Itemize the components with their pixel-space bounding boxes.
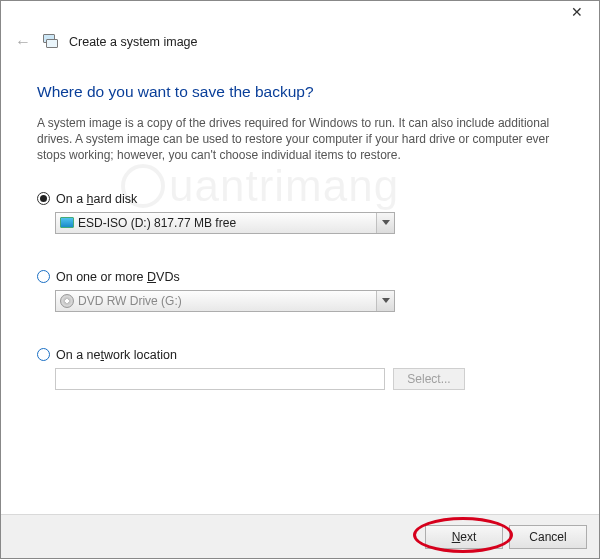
chevron-down-icon: [376, 291, 394, 311]
hard-disk-dropdown[interactable]: ESD-ISO (D:) 817.77 MB free: [55, 212, 395, 234]
back-icon[interactable]: ←: [13, 33, 33, 51]
wizard-footer: Next Cancel: [1, 514, 599, 558]
dvd-value: DVD RW Drive (G:): [78, 294, 182, 308]
wizard-header: ← Create a system image: [1, 31, 599, 61]
hard-disk-value: ESD-ISO (D:) 817.77 MB free: [78, 216, 236, 230]
system-image-icon: [43, 34, 59, 50]
chevron-down-icon: [376, 213, 394, 233]
radio-icon: [37, 270, 50, 283]
page-heading: Where do you want to save the backup?: [37, 83, 563, 101]
titlebar: ✕: [1, 1, 599, 31]
option-network: On a network location Select...: [37, 348, 563, 390]
page-description: A system image is a copy of the drives r…: [37, 115, 563, 164]
dvd-dropdown[interactable]: DVD RW Drive (G:): [55, 290, 395, 312]
next-button[interactable]: Next: [425, 525, 503, 549]
network-path-input[interactable]: [55, 368, 385, 390]
wizard-window: ✕ ← Create a system image uantrimang Whe…: [0, 0, 600, 559]
option-hard-disk: On a hard disk ESD-ISO (D:) 817.77 MB fr…: [37, 192, 563, 234]
dvd-icon: [60, 294, 74, 308]
radio-label: On one or more DVDs: [56, 270, 180, 284]
radio-icon: [37, 348, 50, 361]
radio-hard-disk[interactable]: On a hard disk: [37, 192, 563, 206]
radio-label: On a network location: [56, 348, 177, 362]
select-network-button[interactable]: Select...: [393, 368, 465, 390]
radio-icon: [37, 192, 50, 205]
hdd-icon: [60, 217, 74, 228]
wizard-title: Create a system image: [69, 35, 198, 49]
wizard-body: uantrimang Where do you want to save the…: [1, 61, 599, 514]
close-button[interactable]: ✕: [563, 5, 591, 25]
radio-dvds[interactable]: On one or more DVDs: [37, 270, 563, 284]
cancel-button[interactable]: Cancel: [509, 525, 587, 549]
radio-label: On a hard disk: [56, 192, 137, 206]
option-dvds: On one or more DVDs DVD RW Drive (G:): [37, 270, 563, 312]
radio-network[interactable]: On a network location: [37, 348, 563, 362]
